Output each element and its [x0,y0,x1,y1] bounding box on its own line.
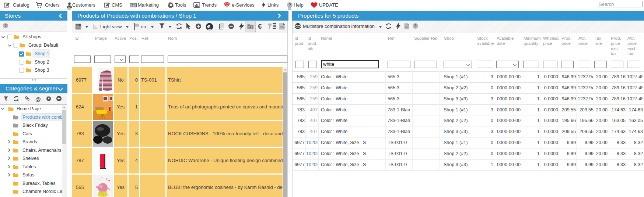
svg-text:CSV: CSV [405,26,409,28]
svg-text:CSV: CSV [280,26,284,28]
